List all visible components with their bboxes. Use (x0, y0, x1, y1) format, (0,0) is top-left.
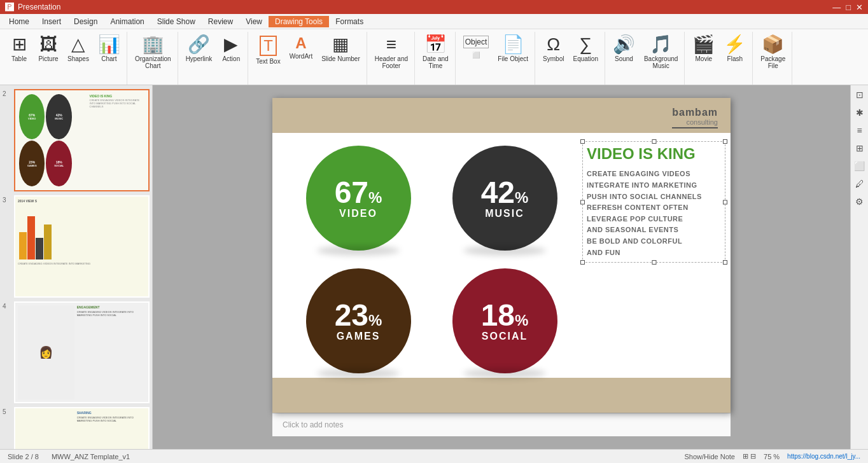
notes-area[interactable]: Click to add notes (272, 413, 731, 436)
right-panel-btn-1[interactable]: ⊡ (853, 88, 867, 102)
header-footer-button[interactable]: ≡ Header andFooter (371, 33, 412, 72)
title-bar-left: 🅿 Presentation (5, 2, 60, 12)
ribbon-group-text-items: T Text Box A WordArt ▦ Slide Number (252, 33, 363, 83)
bubble-social-percent: 18% (481, 300, 529, 331)
menu-formats[interactable]: Formats (329, 16, 370, 27)
slide-number-3: 3 (3, 195, 11, 204)
app-logo: 🅿 (5, 2, 14, 12)
action-button[interactable]: ▶ Action (217, 33, 245, 65)
date-time-button[interactable]: 📅 Date andTime (419, 33, 452, 72)
resize-handle-mt[interactable] (652, 139, 656, 144)
slide-panel: 2 67% VIDEO 42% MUSIC (0, 85, 153, 449)
slide-number-4: 4 (3, 301, 11, 310)
thumb-5-text: CREATE ENGAGING VIDEOS INTEGRATE INTO MA… (77, 416, 146, 422)
ribbon-group-package: 📦 PackageFile (754, 32, 792, 85)
object-button[interactable]: Object ⬜ (459, 33, 493, 61)
chart-label: Chart (101, 55, 116, 62)
menu-review[interactable]: Review (202, 16, 239, 27)
resize-handle-mr[interactable] (723, 200, 727, 204)
menu-slideshow[interactable]: Slide Show (151, 16, 202, 27)
slide-img-3[interactable]: 2014 VIEW S CREATE ENGAGING VIDEOS INTEG… (14, 195, 150, 298)
slide-canvas: bambam consulting 67% VIDEO (272, 98, 731, 413)
symbol-button[interactable]: Ω Symbol (539, 33, 568, 65)
slide-number-button[interactable]: ▦ Slide Number (318, 33, 364, 65)
equation-label: Equation (573, 55, 598, 62)
resize-handle-br[interactable] (723, 260, 727, 265)
action-icon: ▶ (224, 36, 238, 53)
right-panel-btn-3[interactable]: ≡ (853, 123, 867, 137)
slide-thumb-4[interactable]: 4 👩 ENGAGEMENT CREATE ENGAGING VIDEOS IN… (3, 301, 150, 404)
bubble-music-container: 42% MUSIC (438, 146, 571, 256)
menu-design[interactable]: Design (67, 16, 104, 27)
minimize-btn[interactable]: — (832, 3, 841, 12)
resize-handle-ml[interactable] (580, 200, 585, 204)
bubble-games-container: 23% GAMES (291, 268, 425, 378)
slide-thumb-3[interactable]: 3 2014 VIEW S CREATE ENGAGING VIDEOS INT… (3, 195, 150, 298)
resize-handle-mb[interactable] (652, 260, 656, 265)
url-bar[interactable]: https://blog.csdn.net/l_jy... (787, 453, 860, 460)
ribbon-group-audio-items: 🔊 Sound 🎵 BackgroundMusic (609, 33, 682, 83)
slide-img-4[interactable]: 👩 ENGAGEMENT CREATE ENGAGING VIDEOS INTE… (14, 301, 150, 404)
flash-button[interactable]: ⚡ Flash (720, 33, 750, 65)
content-line-3: PUSH INTO SOCIAL CHANNELS (587, 191, 721, 203)
hyperlink-button[interactable]: 🔗 Hyperlink (182, 33, 216, 65)
action-label: Action (222, 55, 240, 62)
chart-button[interactable]: 📊 Chart (94, 33, 124, 65)
bg-music-button[interactable]: 🎵 BackgroundMusic (640, 33, 682, 72)
content-line-1: CREATE ENGAGING VIDEOS (587, 169, 721, 180)
menu-drawing-tools[interactable]: Drawing Tools (269, 16, 329, 27)
right-panel-btn-7[interactable]: ⚙ (853, 195, 867, 209)
file-object-button[interactable]: 📄 File Object (494, 33, 532, 65)
slide-thumb-2[interactable]: 2 67% VIDEO 42% MUSIC (3, 89, 150, 191)
resize-handle-tl[interactable] (580, 139, 585, 144)
file-object-icon: 📄 (502, 36, 524, 53)
sound-button[interactable]: 🔊 Sound (609, 33, 639, 65)
slide-content-title: VIDEO IS KING (587, 146, 721, 162)
picture-button[interactable]: 🖼 Picture (34, 33, 62, 65)
wordart-button[interactable]: A WordArt (286, 33, 317, 62)
bubble-games-label: GAMES (337, 331, 381, 342)
bubble-video-percent: 67% (335, 177, 382, 208)
right-panel-btn-6[interactable]: 🖊 (853, 177, 867, 191)
content-text-area[interactable]: VIDEO IS KING CREATE ENGAGING VIDEOS INT… (582, 141, 725, 263)
movie-button[interactable]: 🎬 Movie (689, 33, 718, 65)
content-line-8: AND FUN (587, 247, 721, 259)
menu-view[interactable]: View (239, 16, 269, 27)
text-box-label: Text Box (256, 58, 280, 65)
equation-button[interactable]: ∑ Equation (569, 33, 601, 65)
notes-placeholder: Click to add notes (283, 420, 343, 429)
slide-img-5[interactable]: 🕵️ SHARING CREATE ENGAGING VIDEOS INTEGR… (14, 407, 150, 449)
slide-number-icon: ▦ (332, 36, 349, 53)
bubble-social-container: 18% SOCIAL (438, 268, 571, 378)
status-bar: Slide 2 / 8 MWW_ANZ Template_v1 Show/Hid… (0, 449, 868, 463)
text-box-button[interactable]: T Text Box (252, 33, 284, 67)
package-file-button[interactable]: 📦 PackageFile (757, 33, 789, 72)
slide-img-inner-2: 67% VIDEO 42% MUSIC 23% GAMES (15, 90, 148, 190)
table-button[interactable]: ⊞ Table (5, 33, 33, 65)
view-icons[interactable]: ⊞ ⊟ (743, 452, 756, 460)
menu-animation[interactable]: Animation (104, 16, 150, 27)
app-title: Presentation (18, 3, 60, 11)
ribbon-group-math-items: Ω Symbol ∑ Equation (539, 33, 602, 83)
bubble-music-shadow (463, 245, 546, 256)
slide-img-inner-4: 👩 ENGAGEMENT CREATE ENGAGING VIDEOS INTE… (15, 303, 148, 403)
equation-icon: ∑ (579, 36, 592, 53)
right-panel-btn-2[interactable]: ✱ (853, 106, 867, 120)
bubble-social-label: SOCIAL (482, 331, 528, 342)
shapes-button[interactable]: △ Shapes (64, 33, 93, 65)
close-btn[interactable]: ✕ (856, 3, 863, 12)
org-chart-button[interactable]: 🏢 OrganizationChart (131, 33, 175, 72)
right-panel-btn-5[interactable]: ⬜ (853, 159, 867, 173)
restore-btn[interactable]: □ (846, 3, 851, 12)
resize-handle-bl[interactable] (580, 260, 585, 265)
menu-insert[interactable]: Insert (36, 16, 67, 27)
slide-thumb-5[interactable]: 5 🕵️ SHARING CREATE ENGAGING VIDEOS INTE… (3, 407, 150, 449)
template-name: MWW_ANZ Template_v1 (52, 453, 130, 460)
show-hide-note[interactable]: Show/Hide Note (684, 453, 735, 460)
resize-handle-tr[interactable] (723, 139, 727, 144)
slide-img-2[interactable]: 67% VIDEO 42% MUSIC 23% GAMES (14, 89, 150, 191)
table-icon: ⊞ (12, 36, 27, 53)
menu-home[interactable]: Home (3, 16, 36, 27)
ribbon-group-objects: Object ⬜ 📄 File Object (457, 32, 535, 85)
right-panel-btn-4[interactable]: ⊞ (853, 141, 867, 155)
